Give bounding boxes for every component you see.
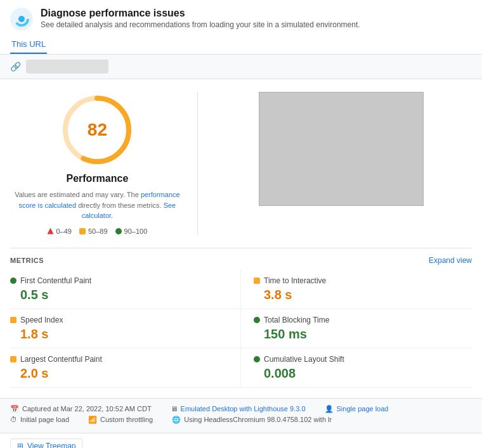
score-section: 82 Performance Values are estimated and … bbox=[10, 92, 472, 248]
emulated-info: 🖥 Emulated Desktop with Lighthouse 9.3.0 bbox=[171, 405, 306, 413]
performance-gauge: 82 bbox=[59, 92, 135, 168]
page-screenshot bbox=[259, 92, 424, 206]
orange-dot-icon bbox=[79, 228, 86, 234]
single-page-link[interactable]: Single page load bbox=[337, 405, 389, 413]
page-title: Diagnose performance issues bbox=[41, 8, 360, 19]
score-right bbox=[211, 92, 472, 206]
throttling-info: 📶 Custom throttling bbox=[88, 416, 153, 424]
lcp-label: Largest Contentful Paint bbox=[20, 355, 102, 364]
legend-orange: 50–89 bbox=[79, 227, 108, 235]
tbt-dot-icon bbox=[254, 317, 260, 323]
cls-value: 0.008 bbox=[254, 366, 472, 381]
treemap-icon: ⊞ bbox=[17, 442, 23, 449]
fcp-dot-icon bbox=[10, 278, 16, 284]
tbt-value: 150 ms bbox=[254, 327, 472, 342]
metric-fcp: First Contentful Paint 0.5 s bbox=[10, 270, 241, 309]
tab-this-url[interactable]: This URL bbox=[10, 35, 47, 54]
calendar-icon: 📅 bbox=[10, 405, 19, 413]
metric-tbt: Total Blocking Time 150 ms bbox=[241, 309, 472, 349]
si-value: 1.8 s bbox=[10, 327, 228, 342]
captured-info: 📅 Captured at Mar 22, 2022, 10:52 AM CDT bbox=[10, 405, 152, 413]
metric-lcp: Largest Contentful Paint 2.0 s bbox=[10, 349, 241, 388]
tti-value: 3.8 s bbox=[254, 288, 472, 302]
fcp-value: 0.5 s bbox=[10, 288, 228, 302]
person-icon: 👤 bbox=[325, 405, 334, 413]
metric-tti: Time to Interactive 3.8 s bbox=[241, 270, 472, 309]
footer-row-2: ⏱ Initial page load 📶 Custom throttling … bbox=[10, 416, 472, 424]
metrics-grid: First Contentful Paint 0.5 s Time to Int… bbox=[10, 270, 472, 388]
legend-red: 0–49 bbox=[48, 227, 72, 235]
url-input-placeholder[interactable] bbox=[26, 60, 108, 74]
lighthouse-icon bbox=[10, 8, 33, 30]
cls-label: Cumulative Layout Shift bbox=[264, 355, 344, 364]
score-description: Values are estimated and may vary. The p… bbox=[10, 189, 185, 221]
view-treemap-button[interactable]: ⊞ View Treemap bbox=[10, 438, 82, 449]
link-icon: 🔗 bbox=[10, 61, 21, 72]
legend-green: 90–100 bbox=[115, 227, 148, 235]
red-dot-icon bbox=[48, 228, 54, 234]
metric-si: Speed Index 1.8 s bbox=[10, 309, 241, 349]
page-subtitle: See detailed analysis and recommendation… bbox=[41, 20, 360, 29]
score-title: Performance bbox=[66, 173, 128, 184]
lcp-value: 2.0 s bbox=[10, 366, 228, 381]
tti-label: Time to Interactive bbox=[264, 276, 326, 285]
treemap-bar: ⊞ View Treemap bbox=[0, 433, 482, 449]
green-dot-icon bbox=[115, 228, 122, 234]
footer-row-1: 📅 Captured at Mar 22, 2022, 10:52 AM CDT… bbox=[10, 405, 472, 413]
svg-point-2 bbox=[18, 16, 25, 22]
emulated-link[interactable]: Emulated Desktop with Lighthouse 9.3.0 bbox=[181, 405, 306, 413]
metrics-header: METRICS Expand view bbox=[10, 248, 472, 270]
main-content: 82 Performance Values are estimated and … bbox=[0, 79, 482, 388]
chromium-icon: 🌐 bbox=[172, 416, 181, 424]
clock-icon: ⏱ bbox=[10, 416, 17, 423]
footer: 📅 Captured at Mar 22, 2022, 10:52 AM CDT… bbox=[0, 398, 482, 433]
lcp-dot-icon bbox=[10, 356, 16, 362]
page-header: Diagnose performance issues See detailed… bbox=[0, 0, 482, 35]
single-page-info: 👤 Single page load bbox=[325, 405, 389, 413]
tti-dot-icon bbox=[254, 278, 260, 284]
metrics-title: METRICS bbox=[10, 257, 44, 264]
si-dot-icon bbox=[10, 317, 16, 323]
si-label: Speed Index bbox=[20, 316, 63, 324]
url-bar: 🔗 bbox=[0, 54, 482, 79]
header-text: Diagnose performance issues See detailed… bbox=[41, 8, 360, 29]
wifi-icon: 📶 bbox=[88, 416, 97, 424]
chromium-info: 🌐 Using HeadlessChromium 98.0.4758.102 w… bbox=[172, 416, 332, 424]
metric-cls: Cumulative Layout Shift 0.008 bbox=[241, 349, 472, 388]
initial-load-info: ⏱ Initial page load bbox=[10, 416, 69, 424]
cls-dot-icon bbox=[254, 356, 260, 362]
score-value: 82 bbox=[88, 120, 107, 140]
desktop-icon: 🖥 bbox=[171, 405, 178, 413]
tbt-label: Total Blocking Time bbox=[264, 316, 329, 324]
tab-bar: This URL bbox=[0, 35, 482, 54]
expand-view-button[interactable]: Expand view bbox=[429, 256, 472, 265]
fcp-label: First Contentful Paint bbox=[20, 276, 91, 285]
score-legend: 0–49 50–89 90–100 bbox=[48, 227, 148, 235]
vertical-divider bbox=[197, 92, 198, 235]
score-left: 82 Performance Values are estimated and … bbox=[10, 92, 185, 235]
